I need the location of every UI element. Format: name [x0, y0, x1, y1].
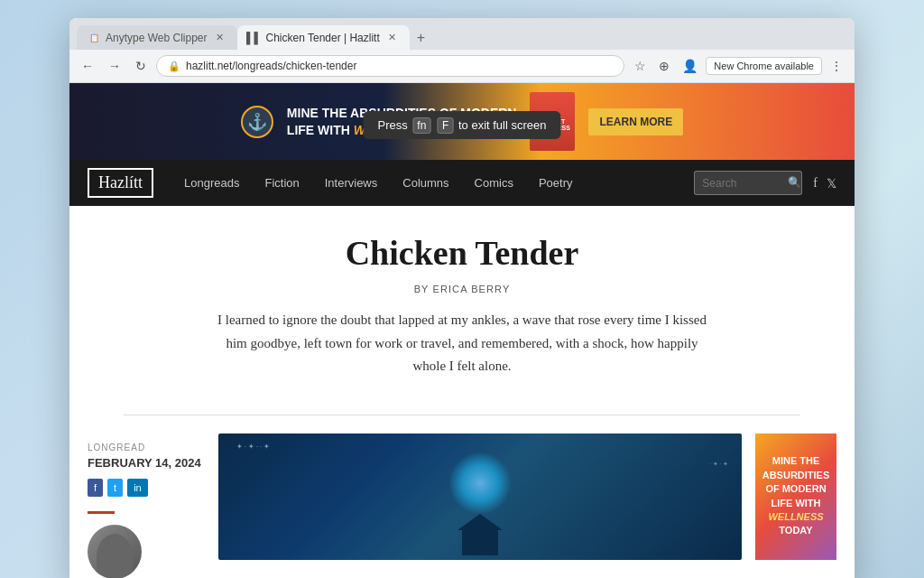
bottom-section: LONGREAD FEBRUARY 14, 2024 f t in ✦ · ✦ — [69, 434, 855, 579]
sidebar-rule — [88, 511, 115, 514]
side-ad-highlight: WELLNESS — [768, 511, 823, 522]
bookmark-button[interactable]: ☆ — [630, 56, 651, 76]
author-avatar — [88, 525, 142, 579]
side-ad-text: MINE THE ABSURDITIES OF MODERN LIFE WITH… — [762, 454, 830, 537]
side-advertisement[interactable]: MINE THE ABSURDITIES OF MODERN LIFE WITH… — [755, 434, 836, 560]
tab-label-hazlitt: Chicken Tender | Hazlitt — [266, 32, 380, 44]
menu-button[interactable]: ⋮ — [826, 56, 847, 76]
stars-decoration: ✦ · ✦ · · ✦ — [236, 443, 270, 451]
nav-comics[interactable]: Comics — [462, 160, 526, 206]
tab-favicon-anytype: 📋 — [88, 32, 100, 44]
main-article-image: ✦ · ✦ · · ✦ · ✦ · ✦ — [218, 434, 742, 560]
side-ad-line5: TODAY — [779, 525, 812, 536]
nav-interviews[interactable]: Interviews — [312, 160, 391, 206]
article-byline: BY ERICA BERRY — [142, 284, 782, 294]
nav-fiction[interactable]: Fiction — [252, 160, 311, 206]
browser-titlebar: 📋 Anytype Web Clipper ✕ ▌▌ Chicken Tende… — [69, 18, 855, 50]
tab-close-hazlitt[interactable]: ✕ — [385, 31, 399, 44]
website-content: ⚓ MINE THE ABSURDITIES OF MODERN LIFE WI… — [69, 83, 855, 578]
forward-button[interactable]: → — [104, 56, 125, 76]
lock-icon: 🔒 — [168, 61, 180, 72]
ad-line2: LIFE WITH — [287, 123, 350, 137]
share-linkedin-button[interactable]: in — [127, 479, 148, 497]
facebook-icon[interactable]: f — [813, 176, 818, 191]
sidebar-left: LONGREAD FEBRUARY 14, 2024 f t in — [88, 434, 205, 579]
side-ad-line4: LIFE WITH — [772, 498, 821, 508]
stars-right: · ✦ · ✦ — [709, 461, 728, 468]
key-f: F — [438, 117, 453, 134]
sidebar-category: LONGREAD — [88, 443, 205, 452]
side-ad-line1: MINE THE — [772, 455, 820, 466]
fullscreen-tooltip: Press fn F to exit full screen — [364, 111, 561, 139]
article-header: Chicken Tender BY ERICA BERRY I learned … — [69, 206, 855, 396]
side-ad-line2: ABSURDITIES — [762, 470, 830, 480]
search-input[interactable] — [702, 177, 783, 190]
tab-label-anytype: Anytype Web Clipper — [106, 32, 208, 44]
new-tab-button[interactable]: + — [410, 26, 432, 50]
new-chrome-button[interactable]: New Chrome available — [706, 57, 822, 75]
tab-hazlitt[interactable]: ▌▌ Chicken Tender | Hazlitt ✕ — [237, 25, 410, 50]
tab-close-anytype[interactable]: ✕ — [213, 31, 226, 44]
anchor-icon: ⚓ — [241, 106, 273, 138]
article-divider — [124, 415, 800, 415]
toolbar-right: ☆ ⊕ 👤 New Chrome available ⋮ — [630, 56, 847, 76]
share-facebook-button[interactable]: f — [88, 479, 103, 497]
nav-poetry[interactable]: Poetry — [526, 160, 586, 206]
moon-image — [448, 452, 512, 515]
address-text: hazlitt.net/longreads/chicken-tender — [186, 60, 356, 72]
back-button[interactable]: ← — [77, 56, 98, 76]
house-shape — [462, 528, 498, 555]
article-title: Chicken Tender — [142, 233, 782, 273]
profile-button[interactable]: 👤 — [678, 56, 702, 76]
address-bar[interactable]: 🔒 hazlitt.net/longreads/chicken-tender — [156, 55, 624, 77]
sidebar-date: FEBRUARY 14, 2024 — [88, 456, 205, 470]
tab-anytype[interactable]: 📋 Anytype Web Clipper ✕ — [77, 25, 237, 50]
share-twitter-button[interactable]: t — [107, 479, 123, 497]
nav-search-box[interactable]: 🔍 — [694, 171, 802, 195]
browser-toolbar: ← → ↻ 🔒 hazlitt.net/longreads/chicken-te… — [69, 50, 855, 83]
nav-columns[interactable]: Columns — [390, 160, 461, 206]
twitter-icon[interactable]: 𝕏 — [827, 176, 836, 191]
nav-social: f 𝕏 — [813, 176, 836, 191]
nav-links: Longreads Fiction Interviews Columns Com… — [171, 160, 694, 206]
nav-longreads[interactable]: Longreads — [171, 160, 252, 206]
byline-prefix: BY — [414, 284, 430, 294]
site-logo[interactable]: Hazlítt — [88, 168, 153, 198]
article-author: ERICA BERRY — [432, 284, 510, 294]
side-ad-line3: OF MODERN — [765, 483, 826, 494]
extension-button[interactable]: ⊕ — [654, 56, 674, 76]
learn-more-button[interactable]: LEARN MORE — [588, 108, 683, 135]
search-icon: 🔍 — [788, 176, 801, 190]
avatar-silhouette — [97, 534, 133, 579]
site-nav: Hazlítt Longreads Fiction Interviews Col… — [69, 160, 855, 206]
article-excerpt: I learned to ignore the doubt that lappe… — [209, 309, 715, 378]
key-fn: fn — [412, 117, 430, 134]
tab-favicon-hazlitt: ▌▌ — [248, 32, 261, 44]
reload-button[interactable]: ↻ — [131, 56, 151, 76]
social-share-buttons: f t in — [88, 479, 205, 497]
browser-window: 📋 Anytype Web Clipper ✕ ▌▌ Chicken Tende… — [69, 18, 855, 578]
